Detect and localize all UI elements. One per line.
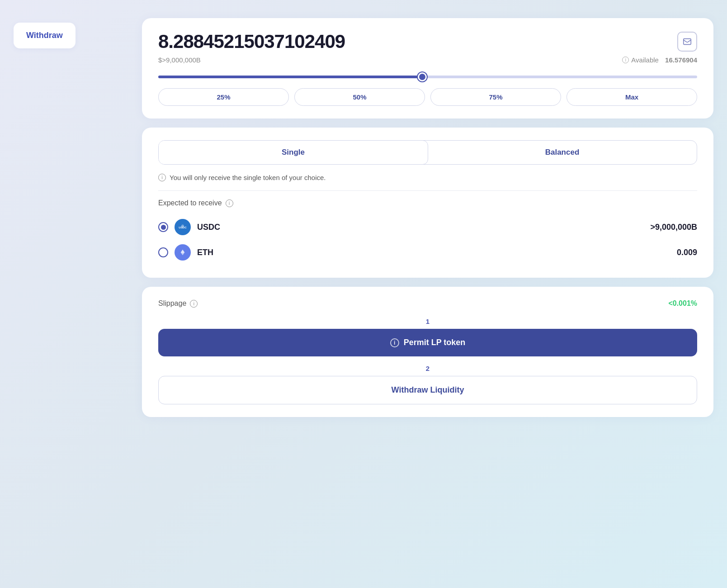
divider	[158, 190, 697, 191]
amount-slider-container	[158, 72, 697, 80]
tab-balanced[interactable]: Balanced	[428, 141, 697, 164]
available-info-icon: i	[622, 57, 629, 63]
token-option-usdc[interactable]: USDC USDC >9,000,000B	[158, 214, 697, 240]
usdc-name: USDC	[197, 223, 220, 232]
sidebar-item-withdraw[interactable]: Withdraw	[14, 23, 76, 48]
eth-name: ETH	[197, 248, 213, 257]
amount-card: 8.28845215037102409 $>9,000,000B i Avail…	[142, 18, 713, 119]
lp-amount-value: 8.28845215037102409	[158, 31, 345, 52]
slippage-info-icon: i	[190, 300, 198, 308]
usdc-radio[interactable]	[158, 222, 168, 232]
slippage-row: Slippage i <0.001%	[158, 299, 697, 308]
slippage-label: Slippage i	[158, 299, 198, 308]
token-option-eth[interactable]: ETH 0.009	[158, 240, 697, 265]
pct-max-button[interactable]: Max	[566, 88, 697, 106]
step-2-label: 2	[158, 365, 697, 372]
eth-radio[interactable]	[158, 247, 168, 257]
slippage-card: Slippage i <0.001% 1 i Permit LP token 2…	[142, 287, 713, 417]
percentage-buttons-group: 25% 50% 75% Max	[158, 88, 697, 106]
token-left-eth: ETH	[158, 244, 213, 261]
note-info-icon: i	[158, 174, 166, 181]
pct-75-button[interactable]: 75%	[430, 88, 561, 106]
permit-lp-token-button[interactable]: i Permit LP token	[158, 329, 697, 356]
usdc-amount: >9,000,000B	[650, 223, 697, 232]
token-left-usdc: USDC USDC	[158, 219, 220, 235]
token-type-card: Single Balanced i You will only receive …	[142, 128, 713, 278]
amount-slider[interactable]	[158, 76, 697, 78]
tab-single[interactable]: Single	[158, 140, 428, 165]
slippage-value: <0.001%	[668, 299, 697, 308]
svg-text:USDC: USDC	[179, 226, 187, 229]
usd-value: $>9,000,000B	[158, 56, 201, 64]
withdraw-liquidity-button[interactable]: Withdraw Liquidity	[158, 376, 697, 404]
pct-25-button[interactable]: 25%	[158, 88, 289, 106]
expected-to-receive-label: Expected to receive i	[158, 199, 697, 207]
eth-icon	[175, 244, 191, 261]
eth-amount: 0.009	[677, 248, 697, 257]
step-1-label: 1	[158, 318, 697, 325]
permit-btn-info-icon: i	[390, 338, 399, 347]
inbox-icon-button[interactable]	[677, 32, 697, 52]
usdc-icon: USDC	[175, 219, 191, 235]
single-token-note: i You will only receive the single token…	[158, 174, 697, 181]
available-balance: i Available 16.576904	[622, 56, 697, 64]
token-type-tabs: Single Balanced	[158, 140, 697, 165]
pct-50-button[interactable]: 50%	[294, 88, 425, 106]
expected-info-icon: i	[226, 199, 233, 207]
